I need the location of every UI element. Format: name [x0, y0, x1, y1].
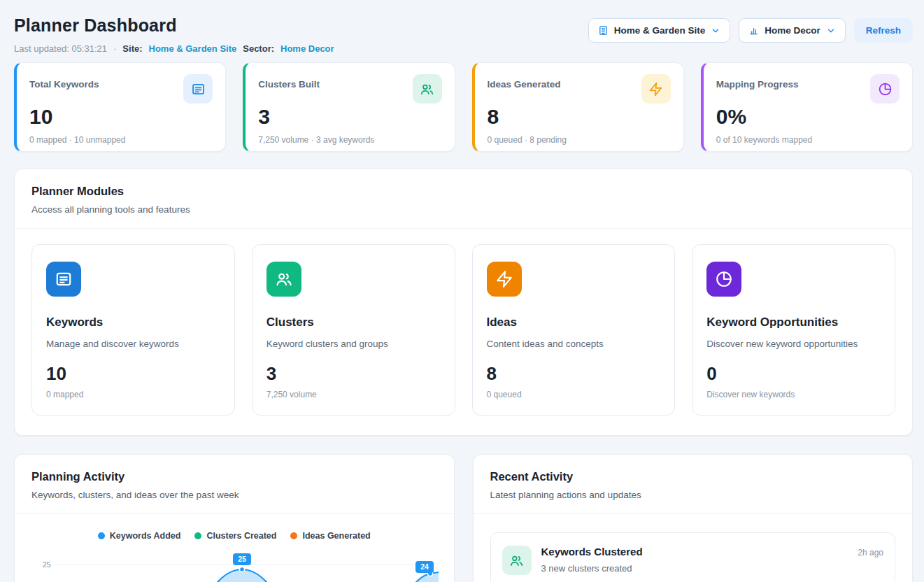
page-header: Planner Dashboard Last updated: 05:31:21… [14, 10, 913, 54]
bolt-icon [487, 262, 522, 297]
planner-modules-panel: Planner Modules Access all planning tool… [14, 169, 913, 436]
page-title: Planner Dashboard [14, 15, 334, 36]
stat-caption: 7,250 volume · 3 avg keywords [258, 135, 441, 145]
sector-label: Sector: [243, 43, 274, 54]
module-description: Manage and discover keywords [46, 339, 220, 349]
stat-value: 3 [258, 105, 441, 129]
meta-dot-separator: · [113, 43, 116, 54]
legend-label: Clusters Created [206, 531, 276, 541]
legend-dot-green [194, 532, 201, 539]
header-meta: Last updated: 05:31:21 · Site: Home & Ga… [14, 43, 334, 54]
module-card-clusters[interactable]: Clusters Keyword clusters and groups 3 7… [252, 244, 455, 416]
stat-card-total-keywords: Total Keywords 10 0 mapped · 10 unmapped [14, 62, 226, 152]
stat-card-ideas-generated: Ideas Generated 8 0 queued · 8 pending [472, 62, 684, 152]
module-value: 10 [46, 363, 220, 385]
building-icon [598, 25, 609, 36]
planning-activity-panel: Planning Activity Keywords, clusters, an… [14, 454, 455, 582]
stat-label: Total Keywords [29, 79, 99, 90]
last-updated-text: Last updated: 05:31:21 [14, 43, 107, 54]
header-left: Planner Dashboard Last updated: 05:31:21… [14, 10, 334, 54]
activity-item-title: Keywords Clustered [541, 546, 848, 558]
sector-link[interactable]: Home Decor [280, 43, 334, 54]
pie-chart-icon [706, 262, 741, 297]
module-card-keywords[interactable]: Keywords Manage and discover keywords 10… [31, 244, 235, 416]
legend-dot-orange [290, 532, 297, 539]
planning-activity-subtitle: Keywords, clusters, and ideas over the p… [31, 490, 437, 500]
planning-activity-chart-svg: 25 25 [31, 549, 439, 582]
module-title: Keywords [46, 315, 220, 329]
site-link[interactable]: Home & Garden Site [149, 43, 237, 54]
refresh-button[interactable]: Refresh [854, 18, 913, 43]
bar-chart-icon [748, 25, 759, 36]
module-title: Clusters [266, 315, 441, 329]
site-selector-dropdown[interactable]: Home & Garden Site [588, 18, 731, 43]
module-value: 0 [706, 363, 881, 385]
stat-value: 8 [488, 105, 671, 129]
users-icon [413, 74, 442, 104]
chevron-down-icon [711, 26, 720, 36]
users-icon [266, 262, 301, 297]
bolt-icon [641, 74, 671, 104]
module-description: Discover new keyword opportunities [706, 339, 881, 349]
legend-item-ideas-generated: Ideas Generated [290, 531, 370, 541]
stat-card-top: Ideas Generated [488, 74, 671, 104]
point-label-24: 24 [415, 561, 434, 573]
module-description: Content ideas and concepts [487, 339, 661, 349]
stat-label: Ideas Generated [488, 79, 561, 90]
stat-label: Mapping Progress [716, 79, 799, 90]
module-title: Keyword Opportunities [706, 315, 881, 329]
bottom-row: Planning Activity Keywords, clusters, an… [14, 454, 913, 582]
legend-dot-blue [98, 532, 105, 539]
legend-item-keywords-added: Keywords Added [98, 531, 181, 541]
svg-text:24: 24 [420, 562, 429, 571]
stat-label: Clusters Built [258, 79, 320, 90]
stat-card-top: Mapping Progress [716, 74, 900, 104]
stat-value: 10 [29, 105, 213, 129]
stat-value: 0% [716, 105, 900, 129]
svg-text:25: 25 [238, 555, 246, 563]
panel-header: Planning Activity Keywords, clusters, an… [15, 455, 454, 513]
planner-dashboard-page: Planner Dashboard Last updated: 05:31:21… [0, 0, 924, 582]
sector-selector-dropdown[interactable]: Home Decor [739, 18, 846, 43]
stat-caption: 0 queued · 8 pending [488, 135, 671, 145]
activity-list-item: Keywords Clustered 3 new clusters create… [490, 532, 896, 582]
modules-subtitle: Access all planning tools and features [31, 204, 895, 215]
stat-card-top: Clusters Built [258, 74, 441, 104]
activity-item-body: Keywords Clustered 3 new clusters create… [541, 546, 848, 574]
module-value: 8 [487, 363, 661, 385]
stat-card-top: Total Keywords [29, 74, 213, 104]
module-card-ideas[interactable]: Ideas Content ideas and concepts 8 0 que… [472, 244, 676, 416]
panel-header: Planner Modules Access all planning tool… [15, 169, 912, 228]
site-label: Site: [122, 43, 142, 54]
site-selector-value: Home & Garden Site [614, 25, 706, 36]
module-description: Keyword clusters and groups [266, 339, 441, 349]
header-controls: Home & Garden Site Home Decor Refresh [588, 18, 913, 43]
divider [474, 513, 913, 514]
planning-activity-title: Planning Activity [31, 470, 437, 483]
module-caption: 0 mapped [46, 390, 220, 399]
legend-item-clusters-created: Clusters Created [194, 531, 276, 541]
modules-title: Planner Modules [31, 185, 895, 198]
module-caption: Discover new keywords [706, 390, 881, 399]
module-value: 3 [266, 363, 441, 385]
chevron-down-icon [826, 26, 836, 36]
module-caption: 0 queued [487, 390, 661, 399]
modules-grid: Keywords Manage and discover keywords 10… [15, 229, 912, 435]
module-card-keyword-opportunities[interactable]: Keyword Opportunities Discover new keywo… [692, 244, 895, 416]
y-axis-tick-25: 25 [43, 560, 51, 569]
module-caption: 7,250 volume [266, 390, 441, 399]
sector-selector-value: Home Decor [765, 25, 820, 36]
legend-label: Ideas Generated [302, 531, 370, 541]
area-chart: 25 25 [31, 549, 437, 582]
pie-chart-icon [870, 74, 900, 104]
users-icon [502, 546, 532, 575]
stat-caption: 0 mapped · 10 unmapped [29, 135, 213, 145]
document-icon [46, 262, 81, 297]
module-title: Ideas [487, 315, 661, 329]
activity-item-description: 3 new clusters created [541, 563, 848, 574]
stat-card-clusters-built: Clusters Built 3 7,250 volume · 3 avg ke… [243, 62, 455, 152]
stat-cards-row: Total Keywords 10 0 mapped · 10 unmapped… [14, 62, 913, 152]
recent-activity-panel: Recent Activity Latest planning actions … [473, 454, 914, 582]
legend-label: Keywords Added [110, 531, 181, 541]
stat-caption: 0 of 10 keywords mapped [716, 135, 900, 145]
